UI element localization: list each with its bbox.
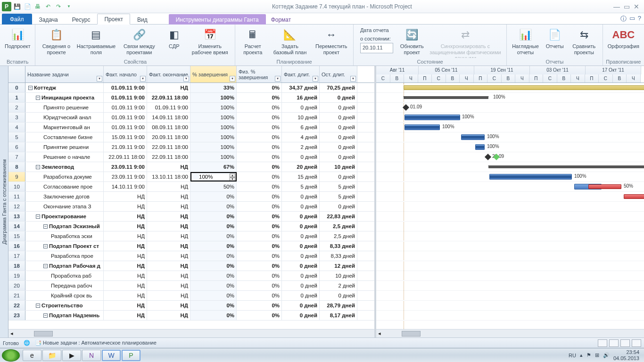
gantt-row[interactable] bbox=[376, 281, 644, 291]
table-row[interactable]: 15Разработка эскиНДНД0%0%0 дней2,5 дней bbox=[8, 231, 374, 241]
cell-finish[interactable]: 22.09.11 18:00 bbox=[147, 93, 190, 102]
cell-finish[interactable]: НД bbox=[147, 291, 190, 300]
save-icon[interactable]: 💾 bbox=[12, 2, 22, 11]
cell-start[interactable]: НД bbox=[104, 251, 147, 261]
cell-pct[interactable]: 0% bbox=[190, 222, 237, 231]
row-number[interactable]: 19 bbox=[8, 271, 25, 280]
col-rem[interactable]: Ост. длит.▾ bbox=[320, 66, 357, 82]
cell-name[interactable]: −Подэтап Эскизный bbox=[25, 222, 104, 231]
gantt-row[interactable] bbox=[376, 291, 644, 301]
table-row[interactable]: 11Заключение договНДНД0%0%0 дней5 дней bbox=[8, 192, 374, 202]
milestone-icon[interactable] bbox=[403, 104, 409, 111]
cell-name[interactable]: −Строительство bbox=[25, 301, 104, 310]
cell-finish[interactable]: НД bbox=[147, 212, 190, 221]
pct-edit-cell[interactable]: ▲▼ bbox=[190, 172, 237, 181]
cell-dur[interactable]: 0 дней bbox=[282, 222, 320, 231]
sheet-body[interactable]: 0−Коттедж01.09.11 9:00НД33%0%34,37 дней7… bbox=[8, 83, 374, 329]
cell-dur[interactable]: 6 дней bbox=[282, 123, 320, 132]
table-row[interactable]: 0−Коттедж01.09.11 9:00НД33%0%34,37 дней7… bbox=[8, 83, 374, 93]
custom-fields-button[interactable]: ▤Настраиваемые поля bbox=[77, 26, 116, 56]
cell-pct[interactable]: 0% bbox=[190, 301, 237, 310]
status-date-value[interactable]: 20.10.11 bbox=[360, 43, 393, 53]
cell-rem[interactable]: 0 дней bbox=[320, 152, 357, 162]
row-number[interactable]: 15 bbox=[8, 231, 25, 241]
cell-start[interactable]: 01.09.11 9:00 bbox=[104, 93, 147, 102]
gantt-row[interactable]: 22.09 bbox=[376, 152, 644, 162]
cell-start[interactable]: 01.09.11 9:00 bbox=[104, 113, 147, 122]
cell-finish[interactable]: НД bbox=[147, 192, 190, 201]
cell-finish[interactable]: НД bbox=[147, 83, 190, 92]
gantt-row[interactable] bbox=[376, 311, 644, 321]
cell-name[interactable]: Разработка прое bbox=[25, 251, 104, 261]
visual-reports-button[interactable]: 📊Наглядные отчеты bbox=[510, 26, 541, 56]
cell-dur[interactable]: 0 дней bbox=[282, 192, 320, 201]
update-project-button[interactable]: 🔄Обновить проект bbox=[400, 26, 424, 56]
cell-pct[interactable]: 33% bbox=[190, 83, 237, 92]
row-number[interactable]: 22 bbox=[8, 301, 25, 310]
gantt-row[interactable] bbox=[376, 271, 644, 281]
save-as-icon[interactable]: 📄 bbox=[23, 2, 32, 11]
cell-phys[interactable]: 0% bbox=[237, 271, 282, 280]
cell-finish[interactable]: 14.09.11 18:00 bbox=[147, 113, 190, 122]
row-number[interactable]: 10 bbox=[8, 182, 25, 191]
gantt-row[interactable]: 100% bbox=[376, 113, 644, 123]
view-usage-button[interactable] bbox=[609, 339, 619, 347]
cell-phys[interactable]: 0% bbox=[237, 291, 282, 300]
row-number[interactable]: 4 bbox=[8, 123, 25, 132]
gantt-row[interactable] bbox=[376, 301, 644, 311]
cell-name[interactable]: −Коттедж bbox=[25, 83, 104, 92]
cell-pct[interactable]: 0% bbox=[190, 291, 237, 300]
maximize-button[interactable]: ▭ bbox=[624, 3, 630, 10]
cell-name[interactable]: Разработка докуме bbox=[25, 172, 104, 181]
cell-pct[interactable]: 100% bbox=[190, 93, 237, 102]
row-number[interactable]: 18 bbox=[8, 261, 25, 271]
cell-pct[interactable]: 50% bbox=[190, 182, 237, 191]
reports-button[interactable]: 📄Отчеты bbox=[544, 26, 566, 50]
table-row[interactable]: 7Решение о начале22.09.11 18:0022.09.11 … bbox=[8, 152, 374, 162]
close-button[interactable]: ✕ bbox=[634, 3, 639, 10]
cell-start[interactable]: НД bbox=[104, 271, 147, 280]
cell-finish[interactable]: 20.09.11 18:00 bbox=[147, 132, 190, 142]
table-row[interactable]: 3Юридтческий анал01.09.11 9:0014.09.11 1… bbox=[8, 113, 374, 123]
table-row[interactable]: 2Принято решение01.09.11 9:0001.09.11 9:… bbox=[8, 103, 374, 113]
view-resource-button[interactable] bbox=[632, 339, 641, 347]
cell-rem[interactable]: 0 дней bbox=[320, 123, 357, 132]
ribbon-min-icon[interactable]: ▭ bbox=[629, 15, 635, 23]
taskbar-media[interactable]: ▶ bbox=[62, 350, 81, 361]
calc-project-button[interactable]: 🖩Расчет проекта bbox=[238, 26, 267, 56]
view-gantt-button[interactable] bbox=[598, 339, 607, 347]
cell-dur[interactable]: 0 дней bbox=[282, 241, 320, 251]
row-number[interactable]: 9 bbox=[8, 172, 25, 181]
cell-dur[interactable]: 0 дней bbox=[282, 251, 320, 261]
row-number[interactable]: 1 bbox=[8, 93, 25, 102]
cell-finish[interactable]: НД bbox=[147, 182, 190, 191]
row-number[interactable]: 3 bbox=[8, 113, 25, 122]
cell-rem[interactable]: 8,33 дней bbox=[320, 241, 357, 251]
gantt-row[interactable] bbox=[376, 222, 644, 231]
cell-phys[interactable]: 0% bbox=[237, 241, 282, 251]
gantt-row[interactable] bbox=[376, 212, 644, 222]
row-number[interactable]: 2 bbox=[8, 103, 25, 112]
cell-name[interactable]: Принято решение bbox=[25, 103, 104, 112]
cell-phys[interactable]: 0% bbox=[237, 222, 282, 231]
cell-dur[interactable]: 0 дней bbox=[282, 311, 320, 320]
cell-name[interactable]: Проработка раб bbox=[25, 271, 104, 280]
cell-pct[interactable]: 0% bbox=[190, 202, 237, 211]
cell-pct[interactable]: 100% bbox=[190, 103, 237, 112]
gantt-bar[interactable] bbox=[404, 96, 488, 99]
cell-name[interactable]: −Землеотвод bbox=[25, 162, 104, 172]
cell-finish[interactable]: НД bbox=[147, 271, 190, 280]
cell-finish[interactable]: НД bbox=[147, 261, 190, 271]
cell-pct[interactable]: 0% bbox=[190, 311, 237, 320]
gantt-row[interactable] bbox=[376, 162, 644, 172]
cell-finish[interactable]: НД bbox=[147, 251, 190, 261]
cell-name[interactable]: −Инициация проекта bbox=[25, 93, 104, 102]
cell-name[interactable]: Окончание этапа З bbox=[25, 202, 104, 211]
cell-finish[interactable]: НД bbox=[147, 241, 190, 251]
wbs-button[interactable]: ◧СДР bbox=[163, 26, 185, 50]
tab-format[interactable]: Формат bbox=[264, 14, 298, 25]
cell-rem[interactable]: 0 дней bbox=[320, 172, 357, 181]
sheet-scrollbar[interactable]: ◂ bbox=[8, 329, 374, 337]
tab-resource[interactable]: Ресурс bbox=[65, 14, 98, 25]
cell-finish[interactable]: НД bbox=[147, 311, 190, 320]
